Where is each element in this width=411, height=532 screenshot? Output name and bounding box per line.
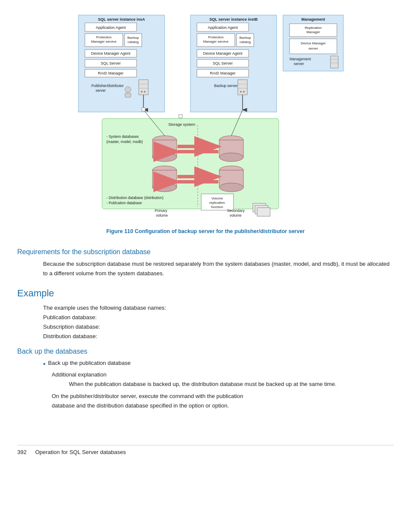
requirements-text: Because the subscription database must b… <box>43 259 394 278</box>
svg-rect-24 <box>125 93 131 97</box>
svg-text:Secondary: Secondary <box>227 208 245 213</box>
svg-text:Backup: Backup <box>240 36 251 40</box>
svg-text:Primary: Primary <box>155 208 168 213</box>
svg-rect-18 <box>139 80 148 95</box>
svg-point-46 <box>240 91 242 93</box>
backup-line1: On the publisher/distributor server, exe… <box>52 392 394 401</box>
backup-note: When the publication database is backed … <box>69 380 394 389</box>
svg-text:Volume: Volume <box>212 196 223 200</box>
svg-text:catalog: catalog <box>240 40 251 44</box>
svg-text:Manager service: Manager service <box>91 40 117 44</box>
svg-point-77 <box>219 183 243 192</box>
svg-text:Application Agent: Application Agent <box>96 25 126 30</box>
svg-text:Device Manager: Device Manager <box>301 41 326 45</box>
svg-text:SQL server instance instB: SQL server instance instB <box>209 17 258 22</box>
svg-text:Publisher/distributor: Publisher/distributor <box>91 84 124 88</box>
svg-text:SQL Server: SQL Server <box>213 61 233 65</box>
diagram-area: SQL server instance insA Application Age… <box>17 9 394 242</box>
example-section: Example The example uses the following d… <box>17 288 394 341</box>
svg-text:Replication: Replication <box>305 26 322 30</box>
svg-text:replication: replication <box>209 201 225 205</box>
svg-text:Storage system: Storage system <box>168 122 196 127</box>
backup-body: • Back up the publication database Addit… <box>43 359 394 411</box>
svg-text:Backup server: Backup server <box>214 84 237 88</box>
svg-text:Device Manager Agent: Device Manager Agent <box>203 51 243 56</box>
example-intro: The example uses the following database … <box>43 303 394 313</box>
svg-point-47 <box>243 91 245 93</box>
svg-point-21 <box>141 91 143 93</box>
svg-text:catalog: catalog <box>128 40 139 44</box>
svg-text:RAID Manager: RAID Manager <box>98 71 124 75</box>
svg-rect-43 <box>238 80 247 95</box>
footer-text: Operation for SQL Server databases <box>35 449 126 455</box>
bullet-item-1: • Back up the publication database <box>43 359 394 369</box>
svg-text:Device Manager Agent: Device Manager Agent <box>91 51 131 56</box>
requirements-section: Requirements for the subscription databa… <box>17 248 394 278</box>
svg-text:RAID Manager: RAID Manager <box>210 71 236 75</box>
svg-point-74 <box>219 153 243 162</box>
svg-text:volume: volume <box>156 213 168 218</box>
svg-text:volume: volume <box>230 213 242 218</box>
svg-rect-98 <box>257 208 270 216</box>
svg-text:Protection: Protection <box>208 35 224 39</box>
svg-text:Manager: Manager <box>306 30 320 34</box>
example-sub: Subscription database: <box>43 322 394 332</box>
svg-text:server: server <box>308 47 318 50</box>
svg-rect-102 <box>179 115 182 118</box>
svg-text:server: server <box>96 88 106 93</box>
backup-section: Back up the databases • Back up the publ… <box>17 348 394 411</box>
svg-text:- System databases: - System databases <box>106 134 139 139</box>
figure-caption: Figure 110 Configuration of backup serve… <box>106 228 305 234</box>
svg-point-23 <box>125 87 131 93</box>
footer-page: 392 <box>17 449 27 455</box>
svg-rect-59 <box>330 56 338 68</box>
svg-text:server: server <box>294 62 304 66</box>
svg-point-71 <box>153 183 177 192</box>
svg-text:- Distribution database (dstri: - Distribution database (dstribution) <box>106 196 163 200</box>
svg-text:Protection: Protection <box>96 35 112 39</box>
svg-point-68 <box>153 153 177 162</box>
svg-text:(master, model, msdb): (master, model, msdb) <box>106 140 143 144</box>
svg-text:function: function <box>211 205 223 209</box>
footer: 392 Operation for SQL Server databases <box>17 445 394 455</box>
example-dist: Distribution database: <box>43 332 394 341</box>
svg-text:Application Agent: Application Agent <box>208 25 238 30</box>
diagram-figure: SQL server instance insA Application Age… <box>59 9 352 228</box>
example-body: The example uses the following database … <box>43 303 394 341</box>
example-heading: Example <box>17 288 394 299</box>
additional-explanation: Additional explanation When the publicat… <box>52 370 394 411</box>
svg-text:SQL Server: SQL Server <box>101 61 121 65</box>
svg-rect-101 <box>142 108 145 111</box>
backup-line2: database and the distribution database s… <box>52 401 394 411</box>
svg-text:Management: Management <box>290 57 311 61</box>
indented-note: When the publication database is backed … <box>69 380 394 389</box>
svg-text:SQL server instance insA: SQL server instance insA <box>98 17 145 22</box>
requirements-heading: Requirements for the subscription databa… <box>17 248 394 256</box>
backup-heading: Back up the databases <box>17 348 394 355</box>
requirements-body: Because the subscription database must b… <box>43 259 394 278</box>
svg-text:- Publcation database: - Publcation database <box>106 201 142 205</box>
svg-text:Management: Management <box>301 17 325 22</box>
svg-point-22 <box>144 91 146 93</box>
bullet-text-1: Back up the publication database <box>48 359 131 368</box>
svg-text:Backup: Backup <box>128 36 139 40</box>
example-pub: Publication database: <box>43 313 394 322</box>
additional-label: Additional explanation <box>52 370 394 380</box>
svg-text:Manager service: Manager service <box>203 40 229 44</box>
bullet-dot: • <box>43 359 46 369</box>
